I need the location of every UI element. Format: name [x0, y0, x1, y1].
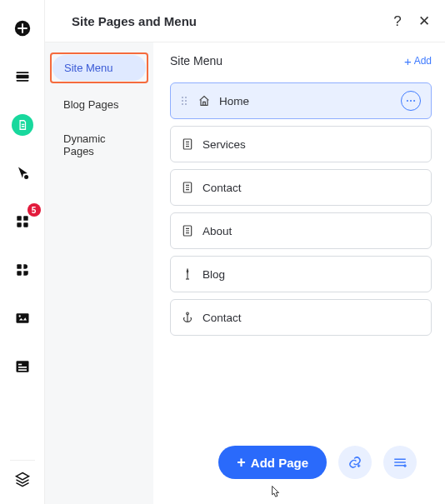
svg-rect-7 — [17, 222, 21, 227]
svg-rect-6 — [23, 216, 28, 220]
add-menu-item-link[interactable]: + Add — [404, 55, 432, 67]
sidebar-item-dynamic-pages[interactable]: Dynamic Pages — [52, 126, 147, 164]
page-name: Home — [219, 95, 249, 107]
drag-handle-icon[interactable] — [181, 96, 189, 106]
home-icon — [198, 94, 211, 107]
svg-point-12 — [18, 315, 20, 317]
manage-button[interactable] — [383, 446, 417, 479]
svg-rect-14 — [18, 364, 22, 366]
svg-rect-1 — [16, 75, 28, 79]
pages-icon[interactable] — [11, 113, 34, 137]
pages-circle — [12, 114, 33, 136]
svg-point-23 — [407, 100, 408, 102]
panel-header: Site Pages and Menu ? ✕ — [45, 0, 445, 42]
page-row-contact-2[interactable]: Contact — [170, 299, 432, 336]
plugins-icon[interactable] — [11, 258, 34, 282]
svg-point-20 — [185, 100, 187, 102]
category-sidebar: Site Menu Blog Pages Dynamic Pages — [45, 42, 153, 504]
page-name: Services — [202, 138, 246, 151]
plus-icon: + — [404, 55, 412, 67]
layers-icon[interactable] — [11, 467, 34, 491]
svg-point-4 — [24, 175, 28, 179]
app-root: 5 Site Pages and Menu ? ✕ — [0, 0, 445, 504]
link-button[interactable] — [338, 446, 372, 479]
sidebar-item-blog-pages[interactable]: Blog Pages — [52, 92, 147, 117]
svg-point-25 — [413, 100, 415, 102]
content-head: Site Menu + Add — [170, 54, 432, 67]
page-name: Blog — [202, 268, 225, 281]
sections-icon[interactable] — [11, 65, 34, 88]
page-icon — [181, 137, 194, 151]
add-page-label: Add Page — [251, 456, 308, 470]
design-icon[interactable] — [11, 162, 34, 185]
content-title: Site Menu — [170, 54, 222, 67]
svg-point-24 — [410, 100, 412, 102]
svg-point-18 — [185, 97, 187, 98]
page-row-contact[interactable]: Contact — [170, 169, 432, 206]
pages-list: Home Services — [170, 82, 432, 434]
close-button[interactable]: ✕ — [417, 13, 432, 28]
svg-point-22 — [185, 103, 187, 105]
svg-point-21 — [182, 103, 183, 105]
content-area: Site Menu + Add Home — [153, 42, 445, 504]
page-name: Contact — [202, 182, 242, 194]
page-row-blog[interactable]: Blog — [170, 256, 432, 292]
page-row-home[interactable]: Home — [170, 82, 432, 119]
svg-rect-9 — [17, 264, 21, 268]
header-actions: ? ✕ — [390, 13, 432, 28]
media-icon[interactable] — [11, 307, 34, 330]
add-icon[interactable] — [11, 17, 34, 40]
apps-badge: 5 — [28, 203, 41, 217]
page-icon — [181, 224, 194, 237]
page-name: Contact — [202, 312, 242, 324]
content-icon[interactable] — [11, 355, 34, 378]
svg-point-19 — [182, 100, 183, 102]
add-page-button[interactable]: + Add Page — [218, 446, 327, 479]
svg-point-17 — [182, 97, 183, 98]
svg-rect-10 — [17, 271, 21, 275]
svg-rect-16 — [18, 369, 27, 371]
panel-body: Site Menu Blog Pages Dynamic Pages Site … — [45, 42, 445, 504]
svg-rect-5 — [17, 216, 21, 220]
page-row-about[interactable]: About — [170, 212, 432, 249]
left-rail: 5 — [0, 0, 45, 504]
add-label: Add — [414, 55, 432, 67]
page-row-services[interactable]: Services — [170, 126, 432, 162]
highlight-ring: Site Menu — [50, 52, 148, 83]
plus-icon: + — [237, 455, 246, 470]
svg-point-29 — [187, 312, 189, 315]
page-name: About — [202, 225, 232, 237]
svg-rect-15 — [18, 367, 27, 368]
svg-rect-11 — [16, 313, 28, 323]
sidebar-item-site-menu[interactable]: Site Menu — [52, 55, 146, 81]
main-panel: Site Pages and Menu ? ✕ Site Menu Blog P… — [45, 0, 445, 504]
rail-divider — [10, 460, 35, 461]
svg-rect-3 — [16, 80, 28, 82]
page-icon — [181, 181, 194, 194]
svg-rect-2 — [16, 72, 28, 73]
anchor-icon — [181, 311, 194, 324]
apps-icon[interactable]: 5 — [11, 210, 34, 233]
more-actions-button[interactable] — [401, 91, 421, 111]
content-footer: + Add Page — [170, 434, 432, 494]
help-button[interactable]: ? — [390, 13, 405, 28]
panel-title: Site Pages and Menu — [72, 14, 197, 28]
svg-rect-8 — [23, 222, 28, 227]
blog-icon — [181, 267, 194, 281]
